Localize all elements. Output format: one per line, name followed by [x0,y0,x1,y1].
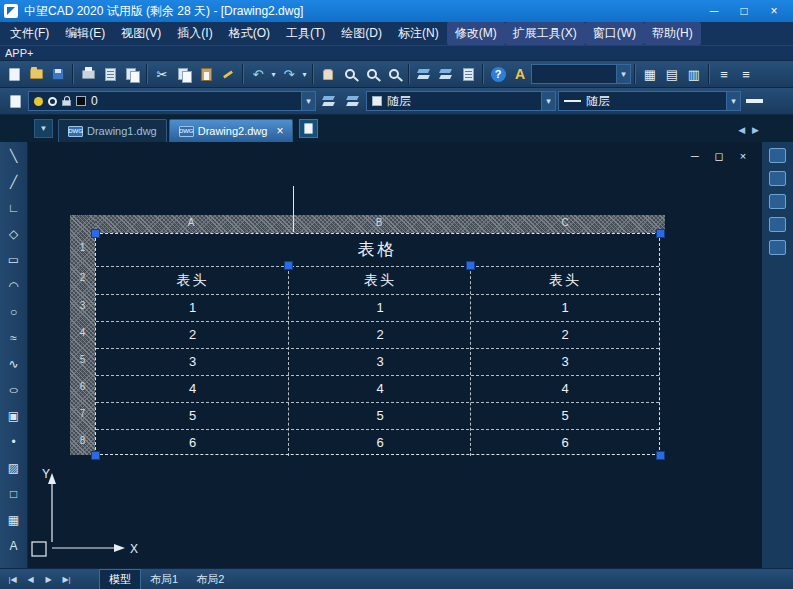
zoom-window-button[interactable] [361,63,383,85]
clean-screen-button[interactable]: ≡ [735,63,757,85]
region-tool-button[interactable]: □ [3,483,25,504]
color-combo[interactable]: 随层 ▾ [366,91,556,111]
drawing-canvas[interactable]: ─ ◻ × A B C 1 2 3 4 5 6 7 8 表格 表头 表头 表头 … [28,142,762,568]
new-file-button[interactable] [3,63,25,85]
zoom-previous-button[interactable] [383,63,405,85]
linetype-combo[interactable]: 随层 ▾ [558,91,741,111]
layer-previous-button[interactable] [342,90,364,112]
mdi-restore-button[interactable]: ◻ [712,150,726,163]
chevron-down-icon[interactable]: ▾ [726,92,740,110]
minimize-button[interactable]: ─ [699,0,729,22]
tab-overflow-button[interactable]: ▼ [34,119,53,138]
style-combo[interactable]: ▾ [531,64,631,84]
polyline-tool-button[interactable]: ∟ [3,197,25,218]
new-tab-button[interactable] [299,119,318,138]
table-tool-button[interactable]: ▦ [3,509,25,530]
print-button[interactable] [77,63,99,85]
menu-window[interactable]: 窗口(W) [585,22,644,45]
last-layout-button[interactable]: ▶| [59,575,74,584]
copy-button[interactable] [173,63,195,85]
save-button[interactable] [47,63,69,85]
paste-button[interactable] [195,63,217,85]
first-layout-button[interactable]: |◀ [5,575,20,584]
tab-scroll-right-icon[interactable]: ▶ [752,125,759,135]
menu-modify[interactable]: 修改(M) [447,22,505,45]
grip-top-left[interactable] [91,229,100,238]
insert-field-button[interactable]: ▤ [661,63,683,85]
mtext-tool-button[interactable]: A [3,535,25,556]
hatch-tool-button[interactable]: ▨ [3,457,25,478]
construction-line-tool-button[interactable]: ╱ [3,171,25,192]
spline-tool-button[interactable]: ∿ [3,353,25,374]
open-file-button[interactable] [25,63,47,85]
menu-file[interactable]: 文件(F) [2,22,57,45]
mdi-minimize-button[interactable]: ─ [688,150,702,163]
rectangle-tool-button[interactable]: ▭ [3,249,25,270]
panel-icon-3[interactable] [769,194,786,209]
undo-dropdown[interactable]: ▾ [269,63,278,85]
line-tool-button[interactable]: ╲ [3,145,25,166]
point-tool-button[interactable]: • [3,431,25,452]
chevron-down-icon[interactable]: ▾ [541,92,555,110]
maximize-button[interactable]: □ [729,0,759,22]
chevron-down-icon[interactable]: ▾ [301,92,315,110]
app-plus-menu[interactable]: APP+ [5,47,33,59]
lineweight-button[interactable] [743,90,765,112]
mdi-close-button[interactable]: × [736,150,750,163]
redo-dropdown[interactable]: ▾ [300,63,309,85]
previous-layout-button[interactable]: ◀ [23,575,38,584]
doc-tab-drawing2[interactable]: DWG Drawing2.dwg × [169,119,294,142]
layer-combo[interactable]: 0 ▾ [28,91,316,111]
grip-column-2[interactable] [466,261,475,270]
menu-insert[interactable]: 插入(I) [169,22,220,45]
tab-close-icon[interactable]: × [276,124,283,138]
redo-button[interactable]: ↷ [278,63,300,85]
pan-button[interactable] [317,63,339,85]
undo-button[interactable]: ↶ [247,63,269,85]
circle-tool-button[interactable]: ○ [3,301,25,322]
tab-scroll-left-icon[interactable]: ◀ [738,125,745,135]
markup-button[interactable]: ≡ [713,63,735,85]
cut-button[interactable]: ✂ [151,63,173,85]
menu-format[interactable]: 格式(O) [221,22,278,45]
panel-icon-5[interactable] [769,240,786,255]
panel-icon-2[interactable] [769,171,786,186]
tab-layout1[interactable]: 布局1 [141,570,187,589]
menu-dimension[interactable]: 标注(N) [390,22,447,45]
grip-bottom-right[interactable] [656,451,665,460]
sheet-set-button[interactable]: ▥ [683,63,705,85]
grip-top-right[interactable] [656,229,665,238]
layer-manager-button[interactable] [413,63,435,85]
arc-tool-button[interactable]: ◠ [3,275,25,296]
menu-view[interactable]: 视图(V) [113,22,169,45]
cad-table-entity[interactable]: 表格 表头 表头 表头 1 1 1 2 2 2 3 3 3 4 4 4 5 5 [95,233,660,455]
menu-edit[interactable]: 编辑(E) [57,22,113,45]
publish-button[interactable] [121,63,143,85]
menu-draw[interactable]: 绘图(D) [333,22,390,45]
ellipse-tool-button[interactable]: ○ [3,379,25,400]
layer-states-button[interactable] [435,63,457,85]
zoom-realtime-button[interactable] [339,63,361,85]
panel-icon-1[interactable] [769,148,786,163]
next-layout-button[interactable]: ▶ [41,575,56,584]
menu-tools[interactable]: 工具(T) [278,22,333,45]
layer-properties-button[interactable] [318,90,340,112]
insert-block-tool-button[interactable]: ▣ [3,405,25,426]
make-layer-current-button[interactable] [4,90,26,112]
menu-express-tools[interactable]: 扩展工具(X) [505,22,585,45]
grip-bottom-left[interactable] [91,451,100,460]
tab-layout2[interactable]: 布局2 [187,570,233,589]
tab-model[interactable]: 模型 [99,569,141,589]
insert-table-button[interactable]: ▦ [639,63,661,85]
revision-cloud-tool-button[interactable]: ≈ [3,327,25,348]
polygon-tool-button[interactable]: ◇ [3,223,25,244]
chevron-down-icon[interactable]: ▾ [616,65,630,83]
properties-palette-button[interactable] [457,63,479,85]
help-button[interactable]: ? [487,63,509,85]
menu-help[interactable]: 帮助(H) [644,22,701,45]
close-button[interactable]: × [759,0,789,22]
match-properties-button[interactable] [217,63,239,85]
panel-icon-4[interactable] [769,217,786,232]
text-style-button[interactable]: A [509,63,531,85]
print-preview-button[interactable] [99,63,121,85]
